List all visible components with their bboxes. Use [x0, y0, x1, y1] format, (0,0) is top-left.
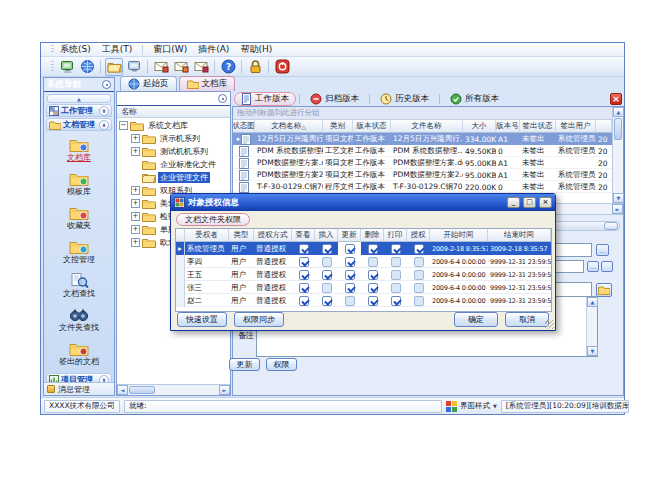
expand-icon[interactable]: + — [131, 225, 140, 234]
grid-column-header[interactable]: 开始时间 — [430, 229, 488, 242]
column-header[interactable]: 类别 — [323, 120, 353, 133]
chevron-down-icon[interactable]: ∨ — [99, 375, 109, 383]
column-header[interactable]: 版本状态 — [353, 120, 391, 133]
close-icon[interactable]: × — [610, 93, 622, 105]
permission-cell[interactable] — [407, 255, 430, 268]
textarea-scrollbar[interactable]: ▲ ▼ — [586, 297, 597, 356]
computer-icon[interactable] — [58, 58, 76, 76]
grid-column-header[interactable]: 打印 — [384, 229, 407, 242]
column-header[interactable]: 状态图 — [233, 120, 255, 133]
grid-column-header[interactable]: 类型 — [229, 229, 254, 242]
scroll-right-icon[interactable]: ► — [612, 204, 623, 214]
expand-icon[interactable]: + — [131, 212, 140, 221]
permission-button[interactable]: 权限 — [266, 358, 297, 371]
grid-row[interactable]: 张三用户普通授权2009-6-4 0:00:009999-12-31 23:59… — [176, 281, 551, 294]
grid-column-header[interactable]: 删除 — [361, 229, 384, 242]
checkbox-checked-icon[interactable] — [322, 270, 332, 280]
close-icon[interactable]: × — [539, 197, 552, 208]
permission-cell[interactable] — [338, 281, 361, 294]
checkbox-checked-icon[interactable] — [322, 244, 332, 254]
tab-folder-permissions[interactable]: 文档文件夹权限 — [176, 213, 250, 226]
grid-column-header[interactable]: 更新 — [338, 229, 361, 242]
checkbox-checked-icon[interactable] — [368, 296, 378, 306]
update-button[interactable]: 更新 — [229, 358, 260, 371]
browse-button[interactable] — [601, 261, 613, 272]
expand-icon[interactable]: + — [131, 238, 140, 247]
checkbox-unchecked-icon[interactable] — [345, 296, 355, 306]
sidebar-tab-messages[interactable]: 消息管理 — [44, 382, 114, 395]
permission-cell[interactable] — [407, 242, 430, 255]
group-by-bar[interactable]: 拖动列标题到此进行分组 — [233, 107, 612, 120]
checkbox-unchecked-icon[interactable] — [391, 257, 401, 267]
scroll-down-icon[interactable]: ▼ — [613, 193, 624, 203]
permission-cell[interactable] — [292, 281, 315, 294]
globe-icon[interactable] — [78, 58, 96, 76]
column-header[interactable]: 文档名称 △ — [255, 120, 323, 133]
tree-horizontal-scrollbar[interactable]: ◄ ► — [117, 384, 230, 395]
checkbox-checked-icon[interactable] — [391, 244, 401, 254]
open-folder-button[interactable] — [596, 283, 612, 297]
monitor-icon[interactable] — [125, 58, 143, 76]
sidebar-item-doc-control[interactable]: 文控管理 — [46, 235, 112, 269]
scroll-up-button[interactable]: ▲ — [47, 94, 111, 103]
quick-setup-button[interactable]: 快速设置 — [177, 312, 227, 327]
tab-document-library[interactable]: 文档库 — [179, 76, 236, 91]
maximize-icon[interactable]: □ — [523, 197, 536, 208]
permission-cell[interactable] — [315, 281, 338, 294]
chevron-up-icon[interactable]: ∧ — [99, 120, 109, 130]
checkbox-checked-icon[interactable] — [345, 270, 355, 280]
sidebar-group-work[interactable]: 工作管理∨ — [46, 104, 112, 117]
table-row[interactable]: PDM 系统数据整理检…工艺文档工作版本PDM 系统数据整理…49.50KB0未… — [233, 145, 612, 157]
resize-grip[interactable] — [545, 320, 554, 329]
scroll-up-icon[interactable]: ▲ — [587, 297, 598, 307]
checkbox-checked-icon[interactable] — [345, 257, 355, 267]
checkbox-unchecked-icon[interactable] — [322, 283, 332, 293]
checkbox-unchecked-icon[interactable] — [414, 257, 424, 267]
checkbox-checked-icon[interactable] — [299, 296, 309, 306]
tab-all-versions[interactable]: 所有版本 — [443, 92, 506, 106]
lock-icon[interactable] — [246, 58, 264, 76]
checkbox-checked-icon[interactable] — [299, 257, 309, 267]
mail-open-icon[interactable] — [172, 58, 190, 76]
scroll-down-icon[interactable]: ▼ — [587, 346, 598, 356]
permission-cell[interactable] — [315, 255, 338, 268]
scroll-up-icon[interactable]: ▲ — [613, 107, 624, 117]
checkbox-checked-icon[interactable] — [414, 244, 424, 254]
checkbox-checked-icon[interactable] — [299, 270, 309, 280]
checkbox-unchecked-icon[interactable] — [322, 257, 332, 267]
checkbox-unchecked-icon[interactable] — [414, 283, 424, 293]
checkbox-checked-icon[interactable] — [345, 283, 355, 293]
permission-cell[interactable] — [384, 268, 407, 281]
permission-sync-button[interactable]: 权限同步 — [234, 312, 284, 327]
permission-cell[interactable] — [384, 294, 407, 307]
permission-cell[interactable] — [361, 255, 384, 268]
help-icon[interactable]: ? — [219, 58, 237, 76]
expand-icon[interactable]: + — [131, 134, 140, 143]
permission-cell[interactable] — [292, 268, 315, 281]
scroll-left-icon[interactable]: ◄ — [117, 385, 128, 395]
grid-column-header[interactable]: 结束时间 — [488, 229, 551, 242]
menu-item[interactable]: 帮助(H) — [239, 43, 273, 56]
permission-cell[interactable] — [338, 268, 361, 281]
permission-cell[interactable] — [315, 242, 338, 255]
tab-start-page[interactable]: 起始页 — [120, 76, 177, 91]
column-header[interactable]: 版本号 — [496, 120, 520, 133]
permission-cell[interactable] — [407, 281, 430, 294]
grid-row[interactable]: 赵二用户普通授权2009-6-4 0:00:009999-12-31 23:59… — [176, 294, 551, 307]
checkbox-checked-icon[interactable] — [299, 283, 309, 293]
grid-column-header[interactable]: 查看 — [292, 229, 315, 242]
grid-row[interactable]: 王五用户普通授权2009-6-4 0:00:009999-12-31 23:59… — [176, 268, 551, 281]
tree-node[interactable]: 企业管理文件 — [117, 171, 230, 184]
ok-button[interactable]: 确定 — [454, 312, 498, 327]
sidebar-item-template-library[interactable]: 模板库 — [46, 167, 112, 201]
ellipsis-button[interactable]: … — [596, 244, 609, 256]
permission-cell[interactable] — [338, 294, 361, 307]
permission-cell[interactable] — [384, 242, 407, 255]
pin-icon[interactable] — [218, 94, 227, 103]
permission-cell[interactable] — [361, 281, 384, 294]
sidebar-item-checked-out-docs[interactable]: 签出的文档 — [46, 337, 112, 371]
permission-cell[interactable] — [292, 242, 315, 255]
column-header[interactable]: 大小 — [463, 120, 496, 133]
chevron-down-icon[interactable]: ∨ — [99, 106, 109, 116]
mail-delete-icon[interactable] — [192, 58, 210, 76]
